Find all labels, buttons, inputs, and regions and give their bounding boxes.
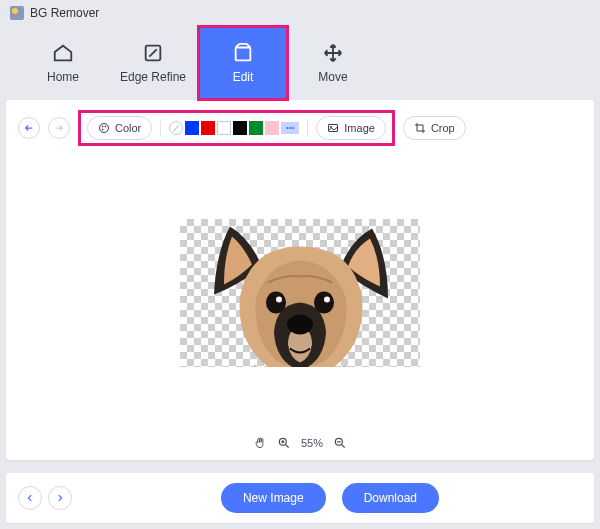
svg-rect-1	[236, 48, 251, 61]
swatch-black[interactable]	[233, 121, 247, 135]
swatch-red[interactable]	[201, 121, 215, 135]
editor-panel: Color Image Crop	[6, 100, 594, 460]
swatch-pink[interactable]	[265, 121, 279, 135]
app-title: BG Remover	[30, 6, 99, 20]
hand-icon[interactable]	[253, 436, 267, 450]
footer-actions: New Image Download	[78, 483, 582, 513]
svg-point-12	[324, 297, 330, 303]
tab-move[interactable]: Move	[288, 26, 378, 100]
svg-point-3	[102, 126, 103, 127]
swatch-more[interactable]	[281, 122, 299, 134]
redo-icon	[54, 123, 64, 133]
undo-button[interactable]	[18, 117, 40, 139]
swatch-none[interactable]	[169, 121, 183, 135]
svg-point-11	[276, 297, 282, 303]
color-swatches	[169, 121, 299, 135]
tab-edit[interactable]: Edit	[198, 26, 288, 100]
undo-icon	[24, 123, 34, 133]
tab-home[interactable]: Home	[18, 26, 108, 100]
svg-point-2	[100, 124, 109, 133]
separator	[307, 119, 308, 137]
chevron-right-icon	[55, 493, 65, 503]
next-button[interactable]	[48, 486, 72, 510]
zoom-percent: 55%	[301, 437, 323, 449]
chevron-left-icon	[25, 493, 35, 503]
subject-image	[190, 219, 410, 367]
edit-toolbar: Color Image Crop	[6, 100, 594, 152]
svg-point-4	[105, 126, 106, 127]
svg-point-5	[102, 129, 103, 130]
crop-button-label: Crop	[431, 122, 455, 134]
background-options-highlight: Color Image	[78, 110, 395, 146]
tab-label: Move	[318, 70, 347, 84]
svg-point-8	[287, 315, 313, 335]
crop-button[interactable]: Crop	[403, 116, 466, 140]
new-image-button[interactable]: New Image	[221, 483, 326, 513]
edit-icon	[232, 42, 254, 64]
color-button[interactable]: Color	[87, 116, 152, 140]
palette-icon	[98, 122, 110, 134]
swatch-blue[interactable]	[185, 121, 199, 135]
image-icon	[327, 122, 339, 134]
swatch-white[interactable]	[217, 121, 231, 135]
image-button-label: Image	[344, 122, 375, 134]
image-button[interactable]: Image	[316, 116, 386, 140]
zoom-bar: 55%	[6, 426, 594, 460]
color-button-label: Color	[115, 122, 141, 134]
tab-label: Edge Refine	[120, 70, 186, 84]
edge-refine-icon	[142, 42, 164, 64]
redo-button[interactable]	[48, 117, 70, 139]
tab-label: Edit	[233, 70, 254, 84]
zoom-out-icon[interactable]	[333, 436, 347, 450]
crop-icon	[414, 122, 426, 134]
svg-point-10	[314, 292, 334, 314]
move-icon	[322, 42, 344, 64]
canvas-area[interactable]	[6, 152, 594, 426]
zoom-in-icon[interactable]	[277, 436, 291, 450]
tab-edge-refine[interactable]: Edge Refine	[108, 26, 198, 100]
download-button[interactable]: Download	[342, 483, 439, 513]
prev-button[interactable]	[18, 486, 42, 510]
image-preview[interactable]	[180, 219, 420, 367]
top-tabs: Home Edge Refine Edit Move	[0, 26, 600, 100]
app-icon	[10, 6, 24, 20]
swatch-green[interactable]	[249, 121, 263, 135]
separator	[160, 119, 161, 137]
svg-point-9	[266, 292, 286, 314]
titlebar: BG Remover	[0, 0, 600, 26]
tab-label: Home	[47, 70, 79, 84]
home-icon	[52, 42, 74, 64]
footer-bar: New Image Download	[6, 473, 594, 523]
